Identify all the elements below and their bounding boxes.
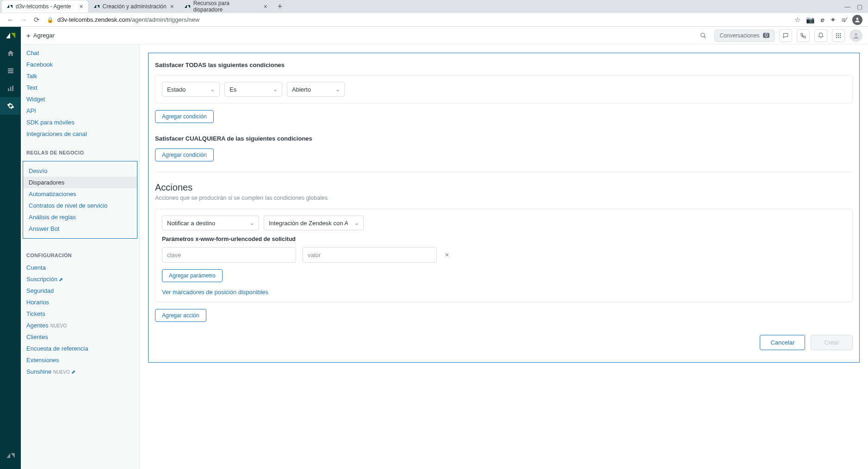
- sidebar-link-talk[interactable]: Talk: [21, 70, 139, 82]
- sidebar-link-subscription[interactable]: Suscripción⬈: [21, 273, 139, 285]
- chevron-down-icon: ⌄: [348, 220, 359, 226]
- content-area: Satisfacer TODAS las siguientes condicio…: [140, 44, 868, 469]
- url-host: d3v-telcombs.zendesk.com: [57, 16, 130, 23]
- cancel-button[interactable]: Cancelar: [760, 335, 805, 350]
- conversations-chip[interactable]: Conversaciones 0: [714, 30, 775, 42]
- nav-views[interactable]: [0, 62, 21, 80]
- conversations-count: 0: [763, 33, 769, 38]
- sidebar-link-triggers[interactable]: Disparadores: [23, 177, 137, 188]
- apps-icon[interactable]: [832, 29, 845, 42]
- admin-sidebar[interactable]: Chat Facebook Talk Text Widget API SDK p…: [21, 44, 140, 469]
- nav-home[interactable]: [0, 44, 21, 62]
- svg-rect-10: [8, 70, 13, 72]
- condition-value-select[interactable]: Abierto⌄: [287, 82, 345, 97]
- svg-rect-20: [838, 33, 839, 34]
- reading-list-icon[interactable]: ≡⁄: [842, 16, 847, 24]
- params-label: Parámetros x-www-form-urlencoded de soli…: [162, 236, 846, 242]
- sidebar-link-answer-bot[interactable]: Answer Bot: [23, 223, 137, 234]
- svg-point-17: [701, 33, 705, 37]
- sidebar-link-api[interactable]: API: [21, 105, 139, 117]
- all-conditions-header: Satisfacer TODAS las siguientes condicio…: [155, 62, 853, 68]
- back-button[interactable]: ←: [4, 16, 17, 24]
- sidebar-link-sla[interactable]: Contratos de nivel de servicio: [23, 200, 137, 211]
- svg-rect-22: [836, 35, 837, 36]
- search-icon[interactable]: [697, 29, 710, 42]
- new-tab-button[interactable]: +: [273, 2, 287, 12]
- browser-tab-2[interactable]: Recursos para disparadore ×: [180, 0, 272, 12]
- tab-title: d3v-telcombs - Agente: [16, 3, 71, 10]
- browser-tab-0[interactable]: d3v-telcombs - Agente ×: [2, 0, 88, 12]
- remove-param-button[interactable]: ×: [443, 251, 451, 259]
- close-icon[interactable]: ×: [79, 3, 83, 10]
- star-icon[interactable]: ☆: [794, 16, 800, 24]
- action-type-select[interactable]: Notificar a destino⌄: [162, 216, 259, 230]
- zendesk-favicon: [93, 3, 100, 10]
- svg-rect-27: [840, 37, 841, 37]
- actions-title: Acciones: [155, 182, 853, 193]
- sidebar-link-extensions[interactable]: Extensiones: [21, 354, 139, 366]
- nav-reports[interactable]: [0, 80, 21, 97]
- browser-tab-1[interactable]: Creación y administración ×: [89, 0, 179, 12]
- address-bar: ← → ⟳ 🔒 d3v-telcombs.zendesk.com/agent/a…: [0, 13, 868, 27]
- sidebar-link-benchmark[interactable]: Encuesta de referencia: [21, 343, 139, 354]
- svg-point-28: [855, 33, 857, 35]
- svg-marker-5: [188, 5, 190, 8]
- sidebar-link-routing[interactable]: Desvío: [23, 165, 137, 177]
- add-param-button[interactable]: Agregar parámetro: [162, 269, 223, 282]
- sidebar-link-rule-analysis[interactable]: Análisis de reglas: [23, 211, 137, 223]
- user-avatar[interactable]: [849, 29, 862, 42]
- add-any-condition-button[interactable]: Agregar condición: [155, 148, 214, 161]
- svg-marker-0: [7, 5, 9, 8]
- profile-avatar[interactable]: [852, 15, 862, 25]
- extensions-icon[interactable]: ✦: [830, 16, 836, 24]
- maximize-icon[interactable]: ▢: [857, 3, 862, 10]
- svg-rect-26: [838, 37, 839, 37]
- sidebar-link-automations[interactable]: Automatizaciones: [23, 188, 137, 200]
- create-button: Crear: [811, 335, 853, 350]
- param-value-input[interactable]: [303, 247, 437, 263]
- zendesk-icon[interactable]: [0, 447, 21, 464]
- svg-rect-11: [8, 72, 13, 74]
- sidebar-section-config: CONFIGURACIÓN: [21, 242, 139, 262]
- condition-field-select[interactable]: Estado⌄: [162, 82, 220, 97]
- condition-operator-select[interactable]: Es⌄: [224, 82, 282, 97]
- sidebar-link-schedules[interactable]: Horarios: [21, 296, 139, 308]
- svg-rect-9: [8, 68, 13, 70]
- phone-icon[interactable]: [797, 29, 810, 42]
- sidebar-link-tickets[interactable]: Tickets: [21, 308, 139, 320]
- minimize-icon[interactable]: —: [844, 3, 850, 10]
- forward-button[interactable]: →: [17, 16, 31, 24]
- add-button[interactable]: + Agregar: [26, 31, 55, 39]
- all-conditions-block: Estado⌄ Es⌄ Abierto⌄: [155, 75, 853, 104]
- sidebar-link-sdk[interactable]: SDK para móviles: [21, 117, 139, 128]
- chat-icon[interactable]: [779, 29, 792, 42]
- sidebar-link-agents[interactable]: AgentesNUEVO: [21, 320, 139, 331]
- sidebar-link-text[interactable]: Text: [21, 82, 139, 93]
- sidebar-link-sunshine[interactable]: SunshineNUEVO⬈: [21, 366, 139, 377]
- sidebar-link-customers[interactable]: Clientes: [21, 331, 139, 343]
- view-placeholders-link[interactable]: Ver marcadores de posición disponibles: [162, 289, 268, 296]
- chevron-down-icon: ⌄: [243, 220, 254, 226]
- close-icon[interactable]: ×: [264, 3, 267, 10]
- add-action-button[interactable]: Agregar acción: [155, 309, 206, 322]
- add-all-condition-button[interactable]: Agregar condición: [155, 110, 214, 123]
- sidebar-link-widget[interactable]: Widget: [21, 93, 139, 105]
- sidebar-link-channel-integrations[interactable]: Integraciones de canal: [21, 128, 139, 140]
- close-icon[interactable]: ×: [170, 3, 174, 10]
- nav-admin[interactable]: [0, 97, 21, 115]
- zendesk-logo[interactable]: [0, 27, 21, 44]
- evernote-icon[interactable]: e: [820, 16, 824, 24]
- sidebar-link-facebook[interactable]: Facebook: [21, 59, 139, 70]
- action-target-select[interactable]: Integración de Zendesk con API de SMS⌄: [264, 216, 364, 230]
- sidebar-link-chat[interactable]: Chat: [21, 47, 139, 59]
- notification-icon[interactable]: [814, 29, 827, 42]
- reload-button[interactable]: ⟳: [31, 16, 43, 24]
- sidebar-link-security[interactable]: Seguridad: [21, 285, 139, 296]
- url-field[interactable]: 🔒 d3v-telcombs.zendesk.com/agent/admin/t…: [47, 16, 791, 23]
- param-key-input[interactable]: [162, 247, 296, 263]
- sidebar-link-account[interactable]: Cuenta: [21, 262, 139, 273]
- chevron-down-icon: ⌄: [329, 86, 340, 93]
- camera-icon[interactable]: 📷: [806, 16, 815, 24]
- browser-tab-strip: d3v-telcombs - Agente × Creación y admin…: [0, 0, 868, 13]
- add-label: Agregar: [33, 32, 55, 39]
